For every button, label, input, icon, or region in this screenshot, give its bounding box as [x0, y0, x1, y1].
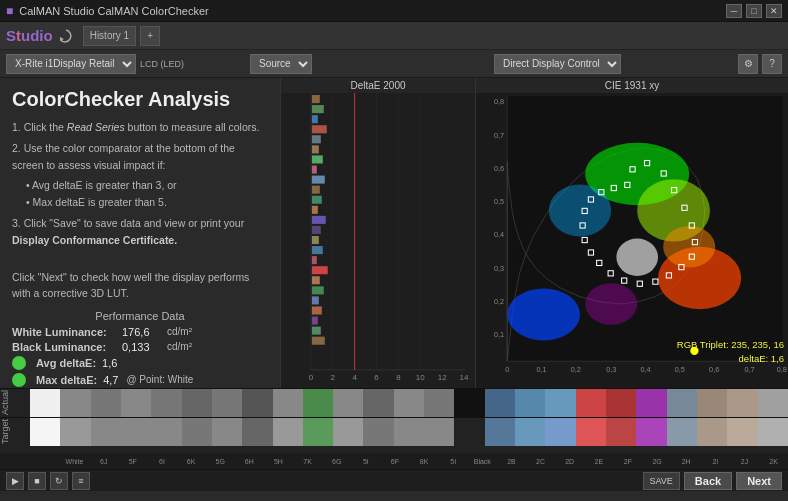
instruction-3: 3. Click "Save" to save data and view or…: [12, 215, 268, 249]
instruction-2: 2. Use the color comparator at the botto…: [12, 140, 268, 174]
add-tab-button[interactable]: +: [140, 26, 160, 46]
device-bar: X-Rite i1Display Retail LCD (LED) Source…: [0, 50, 788, 78]
avg-dot: [12, 356, 26, 370]
swatch-label-17: 2D: [555, 458, 584, 465]
svg-rect-10: [312, 95, 320, 103]
svg-rect-13: [312, 125, 327, 133]
settings-button[interactable]: ⚙: [738, 54, 758, 74]
swatch-label-18: 2E: [584, 458, 613, 465]
left-panel: ColorChecker Analysis 1. Click the Read …: [0, 78, 280, 388]
stop-button[interactable]: ■: [28, 472, 46, 490]
svg-point-47: [507, 288, 580, 340]
swatch-label-9: 6G: [322, 458, 351, 465]
svg-rect-29: [312, 286, 324, 294]
settings-small-button[interactable]: ≡: [72, 472, 90, 490]
close-button[interactable]: ✕: [766, 4, 782, 18]
svg-rect-34: [312, 337, 325, 345]
target-swatch-18: [576, 418, 606, 446]
svg-rect-14: [312, 135, 321, 143]
source-select[interactable]: Source: [250, 54, 312, 74]
help-button[interactable]: ?: [762, 54, 782, 74]
max-dot: [12, 373, 26, 387]
target-swatch-17: [545, 418, 575, 446]
bottom-right: SAVE Back Next: [643, 472, 782, 490]
next-instruction: Click "Next" to check how well the displ…: [12, 255, 268, 302]
swatch-label-7: 5H: [264, 458, 293, 465]
max-delta-value: 4,7: [103, 374, 118, 386]
swatch-label-8: 7K: [293, 458, 322, 465]
svg-rect-25: [312, 246, 323, 254]
svg-rect-28: [312, 276, 320, 284]
control-select[interactable]: Direct Display Control: [494, 54, 621, 74]
swatch-label-15: 2B: [497, 458, 526, 465]
refresh-icon: [57, 27, 75, 45]
cie-chart-area: 0 0,1 0,2 0,3 0,4 0,5 0,6 0,7 0,8 0,8 0,…: [476, 93, 788, 385]
target-swatch-1: [60, 418, 90, 446]
instruction-1: 1. Click the Read Series button to measu…: [12, 119, 268, 136]
loop-button[interactable]: ↻: [50, 472, 68, 490]
target-swatch-23: [727, 418, 757, 446]
rgb-triplet-label: RGB Triplet: 235, 235, 16 deltaE: 1,6: [677, 338, 784, 365]
actual-swatch-20: [636, 389, 666, 417]
bottom-bar: ▶ ■ ↻ ≡ SAVE Back Next: [0, 469, 788, 491]
save-button[interactable]: SAVE: [643, 472, 680, 490]
restore-button[interactable]: □: [746, 4, 762, 18]
actual-swatch-15: [485, 389, 515, 417]
swatch-label-13: 5I: [439, 458, 468, 465]
svg-text:0,7: 0,7: [744, 365, 754, 374]
display-select[interactable]: X-Rite i1Display Retail: [6, 54, 136, 74]
svg-rect-17: [312, 165, 317, 173]
black-luminance-label: Black Luminance:: [12, 341, 122, 353]
svg-text:0,1: 0,1: [536, 365, 546, 374]
cie-title: CIE 1931 xy: [476, 78, 788, 93]
svg-rect-26: [312, 256, 317, 264]
swatch-label-21: 2H: [672, 458, 701, 465]
svg-text:0,2: 0,2: [571, 365, 581, 374]
svg-text:0,5: 0,5: [675, 365, 685, 374]
next-button[interactable]: Next: [736, 472, 782, 490]
swatch-label-12: 8K: [410, 458, 439, 465]
svg-text:0,5: 0,5: [494, 197, 504, 206]
chart-area: 0 2 4 6 8 10 12 14: [281, 93, 475, 385]
swatch-label-20: 2G: [643, 458, 672, 465]
svg-text:0,7: 0,7: [494, 131, 504, 140]
svg-text:0,4: 0,4: [640, 365, 650, 374]
target-swatches: [30, 418, 788, 446]
target-swatch-2: [91, 418, 121, 446]
target-swatch-21: [667, 418, 697, 446]
history-tab[interactable]: History 1: [83, 26, 136, 46]
target-row: Target: [0, 418, 788, 446]
svg-text:0: 0: [309, 373, 314, 382]
svg-rect-19: [312, 186, 320, 194]
actual-swatch-0: [30, 389, 60, 417]
svg-text:10: 10: [416, 373, 425, 382]
back-button[interactable]: Back: [684, 472, 732, 490]
black-luminance-row: Black Luminance: 0,133 cd/m²: [12, 341, 268, 353]
swatch-label-24: 2K: [759, 458, 788, 465]
actual-swatch-7: [242, 389, 272, 417]
swatch-label-10: 5I: [351, 458, 380, 465]
analysis-title: ColorChecker Analysis: [12, 88, 268, 111]
svg-text:12: 12: [438, 373, 447, 382]
svg-rect-16: [312, 155, 323, 163]
swatch-label-5: 5G: [206, 458, 235, 465]
target-swatch-8: [273, 418, 303, 446]
avg-delta-value: 1,6: [102, 357, 117, 369]
svg-rect-12: [312, 115, 318, 123]
actual-swatch-8: [273, 389, 303, 417]
actual-swatch-17: [545, 389, 575, 417]
white-luminance-row: White Luminance: 176,6 cd/m²: [12, 326, 268, 338]
target-swatch-5: [182, 418, 212, 446]
actual-swatch-5: [182, 389, 212, 417]
white-luminance-unit: cd/m²: [167, 326, 192, 337]
minimize-button[interactable]: ─: [726, 4, 742, 18]
actual-swatch-19: [606, 389, 636, 417]
title-bar-text: CalMAN Studio CalMAN ColorChecker: [19, 5, 209, 17]
black-luminance-value: 0,133: [122, 341, 167, 353]
play-button[interactable]: ▶: [6, 472, 24, 490]
svg-text:4: 4: [352, 373, 357, 382]
svg-text:0,3: 0,3: [494, 264, 504, 273]
actual-swatch-6: [212, 389, 242, 417]
swatch-label-19: 2F: [613, 458, 642, 465]
target-swatch-6: [212, 418, 242, 446]
